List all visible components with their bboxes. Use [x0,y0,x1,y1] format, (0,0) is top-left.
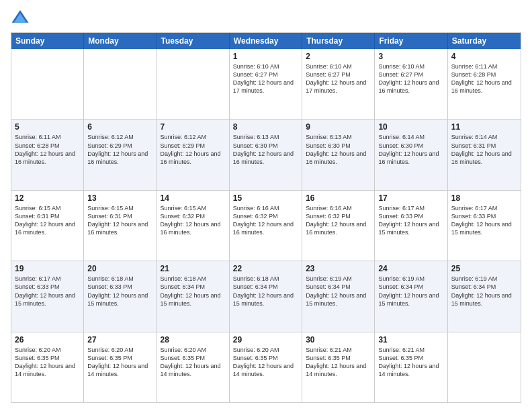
cell-info: Sunrise: 6:21 AM Sunset: 6:35 PM Dayligh… [378,346,443,379]
calendar-cell: 15Sunrise: 6:16 AM Sunset: 6:32 PM Dayli… [230,191,302,261]
cell-info: Sunrise: 6:18 AM Sunset: 6:34 PM Dayligh… [233,275,298,308]
calendar-cell: 25Sunrise: 6:19 AM Sunset: 6:34 PM Dayli… [448,261,521,331]
day-number: 13 [87,193,152,203]
calendar-cell: 21Sunrise: 6:18 AM Sunset: 6:34 PM Dayli… [157,261,230,331]
calendar-cell: 16Sunrise: 6:16 AM Sunset: 6:32 PM Dayli… [302,191,375,261]
calendar-cell: 20Sunrise: 6:18 AM Sunset: 6:33 PM Dayli… [84,261,157,331]
day-number: 24 [378,264,443,273]
day-number: 23 [306,264,371,273]
day-number: 17 [378,193,443,203]
calendar-cell: 28Sunrise: 6:20 AM Sunset: 6:35 PM Dayli… [157,332,230,402]
calendar-cell: 5Sunrise: 6:11 AM Sunset: 6:28 PM Daylig… [11,120,84,189]
cell-info: Sunrise: 6:13 AM Sunset: 6:30 PM Dayligh… [233,133,298,166]
cell-info: Sunrise: 6:15 AM Sunset: 6:31 PM Dayligh… [87,204,152,237]
day-number: 16 [306,193,371,203]
cell-info: Sunrise: 6:18 AM Sunset: 6:34 PM Dayligh… [161,275,226,308]
calendar-cell: 22Sunrise: 6:18 AM Sunset: 6:34 PM Dayli… [230,261,302,331]
day-number: 15 [233,193,298,203]
cell-info: Sunrise: 6:10 AM Sunset: 6:27 PM Dayligh… [306,62,371,95]
day-number: 25 [451,264,517,273]
cell-info: Sunrise: 6:13 AM Sunset: 6:30 PM Dayligh… [306,133,371,166]
day-number: 18 [451,193,517,203]
day-number: 4 [451,52,517,61]
calendar-cell [448,332,521,402]
day-number: 20 [87,264,152,273]
day-number: 2 [306,52,371,61]
cell-info: Sunrise: 6:11 AM Sunset: 6:28 PM Dayligh… [451,62,517,95]
day-number: 22 [233,264,298,273]
cell-info: Sunrise: 6:17 AM Sunset: 6:33 PM Dayligh… [15,275,80,308]
calendar-cell: 2Sunrise: 6:10 AM Sunset: 6:27 PM Daylig… [302,49,375,119]
weekday-header: Sunday [11,33,84,49]
calendar-cell [84,49,157,119]
calendar-row: 5Sunrise: 6:11 AM Sunset: 6:28 PM Daylig… [11,119,521,189]
logo-icon [11,8,30,27]
cell-info: Sunrise: 6:14 AM Sunset: 6:30 PM Dayligh… [378,133,443,166]
day-number: 3 [378,52,443,61]
cell-info: Sunrise: 6:20 AM Sunset: 6:35 PM Dayligh… [87,346,152,379]
calendar-cell: 8Sunrise: 6:13 AM Sunset: 6:30 PM Daylig… [230,120,302,189]
weekday-header: Tuesday [157,33,230,49]
day-number: 10 [378,122,443,132]
header [11,8,521,27]
cell-info: Sunrise: 6:21 AM Sunset: 6:35 PM Dayligh… [306,346,371,379]
day-number: 6 [87,122,152,132]
cell-info: Sunrise: 6:10 AM Sunset: 6:27 PM Dayligh… [378,62,443,95]
cell-info: Sunrise: 6:17 AM Sunset: 6:33 PM Dayligh… [378,204,443,237]
calendar-body: 1Sunrise: 6:10 AM Sunset: 6:27 PM Daylig… [11,49,521,402]
day-number: 21 [161,264,226,273]
calendar-cell: 27Sunrise: 6:20 AM Sunset: 6:35 PM Dayli… [84,332,157,402]
day-number: 30 [306,335,371,345]
day-number: 27 [87,335,152,345]
calendar-cell: 30Sunrise: 6:21 AM Sunset: 6:35 PM Dayli… [302,332,375,402]
day-number: 31 [378,335,443,345]
day-number: 26 [15,335,80,345]
calendar-cell: 9Sunrise: 6:13 AM Sunset: 6:30 PM Daylig… [302,120,375,189]
page: SundayMondayTuesdayWednesdayThursdayFrid… [0,0,532,411]
weekday-header: Wednesday [230,33,302,49]
calendar-cell: 24Sunrise: 6:19 AM Sunset: 6:34 PM Dayli… [375,261,447,331]
calendar-cell: 7Sunrise: 6:12 AM Sunset: 6:29 PM Daylig… [157,120,230,189]
weekday-header: Monday [84,33,157,49]
calendar-cell: 17Sunrise: 6:17 AM Sunset: 6:33 PM Dayli… [375,191,447,261]
cell-info: Sunrise: 6:19 AM Sunset: 6:34 PM Dayligh… [451,275,517,308]
weekday-header: Friday [375,33,447,49]
cell-info: Sunrise: 6:16 AM Sunset: 6:32 PM Dayligh… [306,204,371,237]
cell-info: Sunrise: 6:19 AM Sunset: 6:34 PM Dayligh… [306,275,371,308]
day-number: 9 [306,122,371,132]
calendar-row: 26Sunrise: 6:20 AM Sunset: 6:35 PM Dayli… [11,332,521,402]
calendar-cell: 1Sunrise: 6:10 AM Sunset: 6:27 PM Daylig… [230,49,302,119]
calendar-row: 1Sunrise: 6:10 AM Sunset: 6:27 PM Daylig… [11,49,521,119]
day-number: 19 [15,264,80,273]
day-number: 8 [233,122,298,132]
calendar-cell: 23Sunrise: 6:19 AM Sunset: 6:34 PM Dayli… [302,261,375,331]
day-number: 14 [161,193,226,203]
cell-info: Sunrise: 6:17 AM Sunset: 6:33 PM Dayligh… [451,204,517,237]
calendar-cell: 26Sunrise: 6:20 AM Sunset: 6:35 PM Dayli… [11,332,84,402]
calendar-header: SundayMondayTuesdayWednesdayThursdayFrid… [11,33,521,49]
cell-info: Sunrise: 6:16 AM Sunset: 6:32 PM Dayligh… [233,204,298,237]
cell-info: Sunrise: 6:20 AM Sunset: 6:35 PM Dayligh… [161,346,226,379]
day-number: 12 [15,193,80,203]
calendar-cell: 11Sunrise: 6:14 AM Sunset: 6:31 PM Dayli… [448,120,521,189]
calendar-cell: 31Sunrise: 6:21 AM Sunset: 6:35 PM Dayli… [375,332,447,402]
calendar-cell: 12Sunrise: 6:15 AM Sunset: 6:31 PM Dayli… [11,191,84,261]
cell-info: Sunrise: 6:10 AM Sunset: 6:27 PM Dayligh… [233,62,298,95]
day-number: 29 [233,335,298,345]
cell-info: Sunrise: 6:12 AM Sunset: 6:29 PM Dayligh… [161,133,226,166]
calendar-cell: 13Sunrise: 6:15 AM Sunset: 6:31 PM Dayli… [84,191,157,261]
cell-info: Sunrise: 6:12 AM Sunset: 6:29 PM Dayligh… [87,133,152,166]
cell-info: Sunrise: 6:15 AM Sunset: 6:31 PM Dayligh… [15,204,80,237]
day-number: 5 [15,122,80,132]
calendar-row: 19Sunrise: 6:17 AM Sunset: 6:33 PM Dayli… [11,261,521,331]
weekday-header: Saturday [448,33,521,49]
calendar-cell: 6Sunrise: 6:12 AM Sunset: 6:29 PM Daylig… [84,120,157,189]
day-number: 28 [161,335,226,345]
calendar-cell [157,49,230,119]
calendar-cell: 18Sunrise: 6:17 AM Sunset: 6:33 PM Dayli… [448,191,521,261]
cell-info: Sunrise: 6:20 AM Sunset: 6:35 PM Dayligh… [15,346,80,379]
cell-info: Sunrise: 6:20 AM Sunset: 6:35 PM Dayligh… [233,346,298,379]
calendar-cell [11,49,84,119]
cell-info: Sunrise: 6:19 AM Sunset: 6:34 PM Dayligh… [378,275,443,308]
day-number: 1 [233,52,298,61]
